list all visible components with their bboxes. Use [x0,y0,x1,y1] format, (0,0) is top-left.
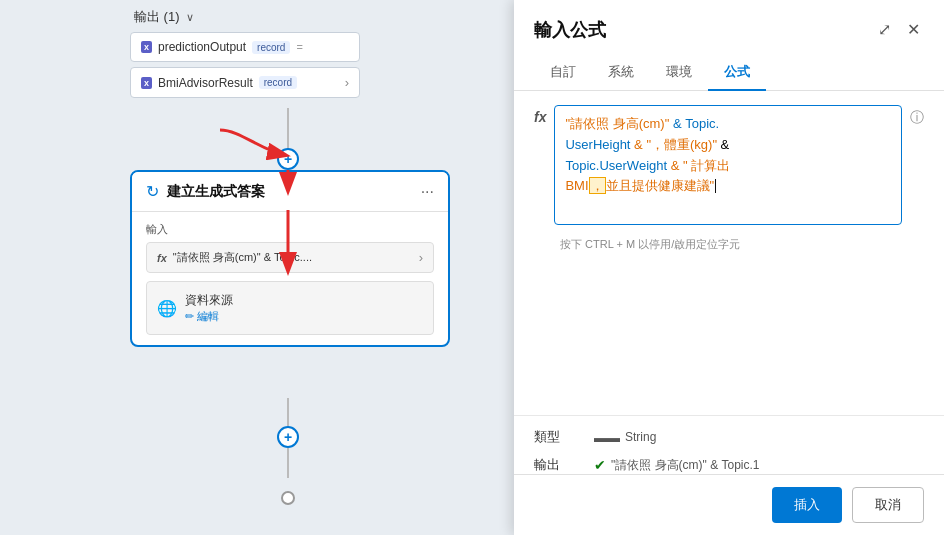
output-header: 輸出 (1) ∨ [130,8,360,26]
edit-link[interactable]: ✏ 編輯 [185,309,423,324]
hint-text: 按下 CTRL + M 以停用/啟用定位字元 [560,237,924,252]
formula-highlight: ， [589,177,606,194]
formula-amp-2: & [717,137,729,152]
formula-str-1: "請依照 身高(cm)" [565,116,669,131]
end-circle [281,491,295,505]
output-row-2[interactable]: x BmiAdvisorResult record › [130,67,360,98]
action-block: ↻ 建立生成式答案 ··· 輸入 fx "請依照 身高(cm)" & Topic… [130,170,450,347]
pencil-icon: ✏ [185,310,194,323]
panel-title: 輸入公式 [534,18,866,42]
tab-formula[interactable]: 公式 [708,55,766,91]
data-source-label: 資料來源 [185,292,423,309]
canvas-area: 輸出 (1) ∨ x predictionOutput record = x B… [0,0,520,535]
formula-textbox[interactable]: "請依照 身高(cm)" & Topic. UserHeight & "，體重(… [554,105,902,225]
formula-prop-2: Topic.UserWeight [565,158,667,173]
panel-tabs: 自訂 系統 環境 公式 [514,55,944,91]
formula-editor-area: fx "請依照 身高(cm)" & Topic. UserHeight & "，… [514,91,944,415]
success-icon: ✔ [594,457,606,473]
row1-type: record [252,41,290,54]
formula-str-2: & "，體重(kg)" [630,137,717,152]
info-icon: ⓘ [910,105,924,127]
panel-header: 輸入公式 ⤢ ✕ [514,0,944,43]
expand-button[interactable]: ⤢ [874,16,895,43]
formula-content: "請依照 身高(cm)" & Topic. UserHeight & "，體重(… [565,114,891,197]
formula-prop-1: UserHeight [565,137,630,152]
row2-name: BmiAdvisorResult [158,76,253,90]
row2-type: record [259,76,297,89]
type-value-text: String [625,430,656,444]
meta-section: 類型 ▬▬ String 輸出 ✔ "請依照 身高(cm)" & Topic.1 [514,415,944,474]
cancel-button[interactable]: 取消 [852,487,924,523]
action-block-header: ↻ 建立生成式答案 ··· [132,172,448,212]
formula-arrow-icon: › [419,250,423,265]
formula-panel: 輸入公式 ⤢ ✕ 自訂 系統 環境 公式 fx "請依照 身高(cm)" & T… [514,0,944,535]
chevron-down-icon: ∨ [186,11,194,24]
globe-icon: 🌐 [157,299,177,318]
input-label: 輸入 [146,222,434,237]
formula-str-5: ， [591,178,604,193]
var-icon-1: x [141,41,152,53]
insert-button[interactable]: 插入 [772,487,842,523]
output-key: 輸出 [534,456,584,474]
connector-line-4 [287,448,289,478]
fx-label: fx [534,105,546,125]
output-block: 輸出 (1) ∨ x predictionOutput record = x B… [130,8,360,103]
plus-button-1[interactable]: + [277,148,299,170]
refresh-icon: ↻ [146,182,159,201]
output-row-meta: 輸出 ✔ "請依照 身高(cm)" & Topic.1 [534,456,924,474]
type-icon: ▬▬ [594,430,620,445]
tab-env[interactable]: 環境 [650,55,708,91]
edit-label: 編輯 [197,309,219,324]
tab-system[interactable]: 系統 [592,55,650,91]
type-key: 類型 [534,428,584,446]
formula-str-6: 並且提供健康建議" [606,178,715,193]
data-source-row: 🌐 資料來源 ✏ 編輯 [146,281,434,335]
close-button[interactable]: ✕ [903,16,924,43]
output-label: 輸出 (1) [134,8,180,26]
formula-str-3: & " 計算出 [667,158,730,173]
row1-name: predictionOutput [158,40,246,54]
formula-text: "請依照 身高(cm)" & Topic.... [173,250,413,265]
formula-amp-1: & Topic. [669,116,719,131]
action-menu-icon[interactable]: ··· [421,183,434,201]
formula-input-container: fx "請依照 身高(cm)" & Topic. UserHeight & "，… [534,105,924,225]
row1-eq: = [296,41,302,53]
output-value: ✔ "請依照 身高(cm)" & Topic.1 [594,457,760,474]
output-row-1[interactable]: x predictionOutput record = [130,32,360,62]
plus-button-2[interactable]: + [277,426,299,448]
connector-line-1 [287,108,289,150]
data-source-info: 資料來源 ✏ 編輯 [185,292,423,324]
var-icon-2: x [141,77,152,89]
type-row: 類型 ▬▬ String [534,428,924,446]
action-title: 建立生成式答案 [167,183,413,201]
cursor [715,179,716,193]
connector-line-3 [287,398,289,428]
row2-arrow-icon: › [345,75,349,90]
tab-custom[interactable]: 自訂 [534,55,592,91]
panel-footer: 插入 取消 [514,474,944,535]
action-body: 輸入 fx "請依照 身高(cm)" & Topic.... › 🌐 資料來源 … [132,212,448,345]
formula-str-4: BMI [565,178,588,193]
type-value: ▬▬ String [594,430,656,445]
formula-row[interactable]: fx "請依照 身高(cm)" & Topic.... › [146,242,434,273]
fx-badge: fx [157,252,167,264]
output-value-text: "請依照 身高(cm)" & Topic.1 [611,457,760,474]
